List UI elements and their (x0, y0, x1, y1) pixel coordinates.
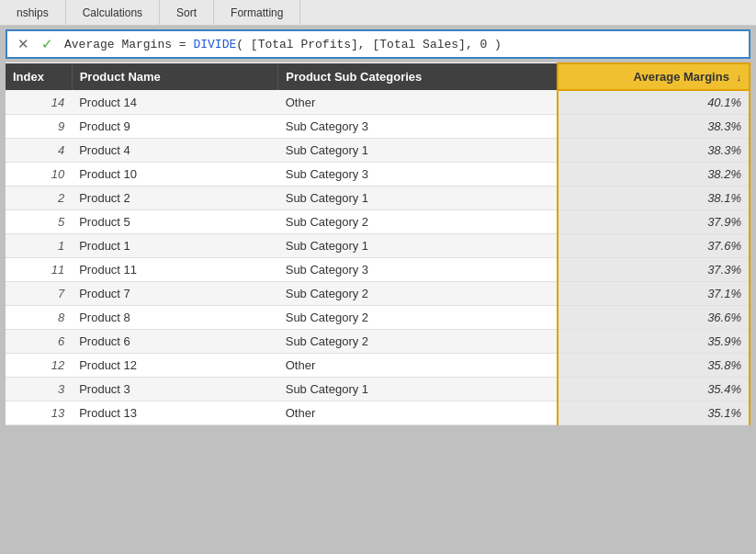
formula-keyword: DIVIDE (193, 38, 236, 51)
header-product-sub[interactable]: Product Sub Categories (278, 63, 559, 90)
table-row[interactable]: 14Product 14Other40.1% (6, 90, 750, 115)
table-row[interactable]: 6Product 6Sub Category 235.9% (6, 330, 750, 354)
sort-icon: ↓ (737, 72, 742, 83)
cell-index: 6 (6, 330, 72, 354)
formula-bar: ✕ ✓ Average Margins = DIVIDE( [Total Pro… (6, 29, 750, 59)
data-table: Index Product Name Product Sub Categorie… (6, 62, 750, 425)
table-row[interactable]: 1Product 1Sub Category 137.6% (6, 234, 750, 258)
cell-sub-category: Other (278, 401, 559, 425)
cell-avg-margin: 37.3% (558, 258, 750, 282)
formula-text[interactable]: Average Margins = DIVIDE( [Total Profits… (64, 38, 743, 51)
cell-product-name: Product 14 (72, 90, 278, 115)
cell-index: 9 (6, 115, 72, 139)
cell-avg-margin: 38.3% (558, 139, 750, 163)
cell-index: 11 (6, 258, 72, 282)
table-row[interactable]: 10Product 10Sub Category 338.2% (6, 163, 750, 187)
header-product-name[interactable]: Product Name (72, 63, 278, 90)
table-row[interactable]: 3Product 3Sub Category 135.4% (6, 378, 750, 401)
cell-avg-margin: 35.9% (558, 330, 750, 354)
table-body: 14Product 14Other40.1%9Product 9Sub Cate… (6, 90, 750, 425)
cell-sub-category: Other (278, 354, 559, 378)
top-bar: nships Calculations Sort Formatting (0, 0, 756, 26)
tab-sort[interactable]: Sort (160, 0, 214, 25)
cell-sub-category: Sub Category 1 (278, 187, 559, 210)
cell-avg-margin: 35.8% (558, 354, 750, 378)
table-row[interactable]: 11Product 11Sub Category 337.3% (6, 258, 750, 282)
table-header-row: Index Product Name Product Sub Categorie… (6, 63, 750, 90)
cell-product-name: Product 5 (72, 210, 278, 234)
cell-index: 2 (6, 187, 72, 210)
cell-product-name: Product 11 (72, 258, 278, 282)
cell-index: 8 (6, 306, 72, 330)
cell-sub-category: Sub Category 2 (278, 282, 559, 306)
cell-product-name: Product 7 (72, 282, 278, 306)
cell-sub-category: Sub Category 2 (278, 330, 559, 354)
table-row[interactable]: 13Product 13Other35.1% (6, 401, 750, 425)
formula-suffix: ( [Total Profits], [Total Sales], 0 ) (236, 38, 502, 51)
cell-product-name: Product 13 (72, 401, 278, 425)
cell-sub-category: Other (278, 90, 559, 115)
cell-sub-category: Sub Category 3 (278, 163, 559, 187)
cancel-button[interactable]: ✕ (13, 34, 33, 54)
cell-avg-margin: 37.1% (558, 282, 750, 306)
cell-index: 10 (6, 163, 72, 187)
cell-avg-margin: 38.1% (558, 187, 750, 210)
cell-avg-margin: 36.6% (558, 306, 750, 330)
formula-prefix: Average Margins = (64, 38, 193, 51)
table-row[interactable]: 9Product 9Sub Category 338.3% (6, 115, 750, 139)
table-row[interactable]: 5Product 5Sub Category 237.9% (6, 210, 750, 234)
cell-sub-category: Sub Category 3 (278, 258, 559, 282)
cell-avg-margin: 38.3% (558, 115, 750, 139)
cell-product-name: Product 8 (72, 306, 278, 330)
tab-calculations[interactable]: Calculations (66, 0, 160, 25)
cell-product-name: Product 3 (72, 378, 278, 401)
cell-avg-margin: 40.1% (558, 90, 750, 115)
cell-index: 7 (6, 282, 72, 306)
table-row[interactable]: 12Product 12Other35.8% (6, 354, 750, 378)
cell-sub-category: Sub Category 2 (278, 306, 559, 330)
header-avg-margins[interactable]: Average Margins ↓ (558, 63, 750, 90)
cell-sub-category: Sub Category 1 (278, 378, 559, 401)
cell-index: 3 (6, 378, 72, 401)
confirm-button[interactable]: ✓ (37, 34, 57, 54)
cell-avg-margin: 35.1% (558, 401, 750, 425)
cell-product-name: Product 2 (72, 187, 278, 210)
table-row[interactable]: 2Product 2Sub Category 138.1% (6, 187, 750, 210)
cell-avg-margin: 37.9% (558, 210, 750, 234)
cell-product-name: Product 12 (72, 354, 278, 378)
table-row[interactable]: 7Product 7Sub Category 237.1% (6, 282, 750, 306)
cell-sub-category: Sub Category 1 (278, 139, 559, 163)
cell-product-name: Product 4 (72, 139, 278, 163)
cell-index: 12 (6, 354, 72, 378)
cell-avg-margin: 37.6% (558, 234, 750, 258)
table-row[interactable]: 8Product 8Sub Category 236.6% (6, 306, 750, 330)
cell-index: 13 (6, 401, 72, 425)
data-table-container: Index Product Name Product Sub Categorie… (6, 62, 750, 425)
cell-index: 4 (6, 139, 72, 163)
formula-actions: ✕ ✓ (13, 34, 57, 54)
cell-avg-margin: 35.4% (558, 378, 750, 401)
cell-sub-category: Sub Category 1 (278, 234, 559, 258)
tab-formatting[interactable]: Formatting (214, 0, 300, 25)
cell-sub-category: Sub Category 3 (278, 115, 559, 139)
cell-index: 5 (6, 210, 72, 234)
cell-sub-category: Sub Category 2 (278, 210, 559, 234)
tab-nships[interactable]: nships (0, 0, 66, 25)
table-row[interactable]: 4Product 4Sub Category 138.3% (6, 139, 750, 163)
cell-product-name: Product 10 (72, 163, 278, 187)
cell-product-name: Product 6 (72, 330, 278, 354)
cell-avg-margin: 38.2% (558, 163, 750, 187)
header-index[interactable]: Index (6, 63, 72, 90)
cell-index: 1 (6, 234, 72, 258)
cell-product-name: Product 1 (72, 234, 278, 258)
avg-margins-label: Average Margins (634, 70, 729, 84)
cell-index: 14 (6, 90, 72, 115)
cell-product-name: Product 9 (72, 115, 278, 139)
